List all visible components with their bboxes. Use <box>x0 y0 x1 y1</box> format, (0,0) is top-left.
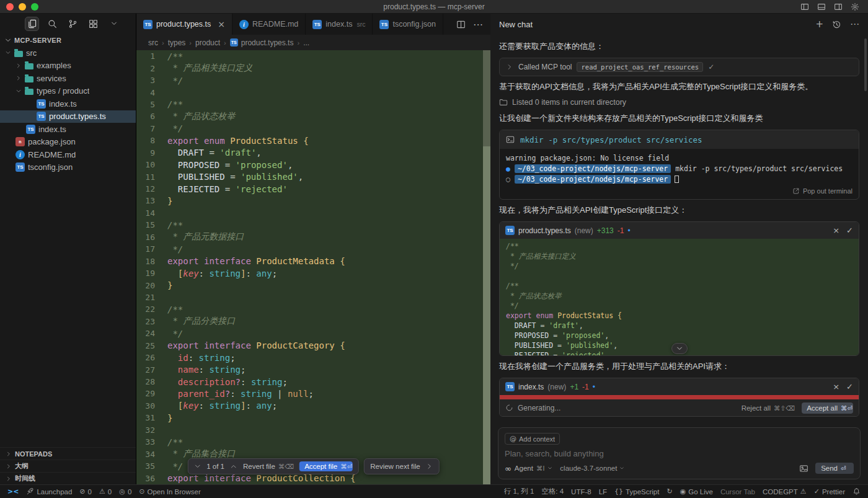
close-window-button[interactable] <box>6 3 14 11</box>
tab-README.md[interactable]: iREADME.md <box>232 14 306 35</box>
check-diff-button[interactable]: ✓ <box>846 383 853 391</box>
expand-diff-button[interactable] <box>671 343 688 354</box>
mcp-tool-call[interactable]: Called MCP tool read_project_oas_ref_res… <box>499 58 859 76</box>
diff-card-header[interactable]: TS product.types.ts (new) +313 -1 • ×✓ <box>500 222 859 239</box>
overview-ruler[interactable] <box>483 50 490 484</box>
tree-item-product.types.ts[interactable]: TSproduct.types.ts <box>0 110 136 123</box>
breadcrumb-...[interactable]: ... <box>303 38 309 47</box>
panel-right-button[interactable] <box>834 2 843 11</box>
tree-item-examples[interactable]: examples <box>0 60 136 73</box>
assistant-message: 现在，我将为产品相关API创建TypeScript接口定义： <box>499 204 859 216</box>
tree-item-package.json[interactable]: npackage.json <box>0 136 136 149</box>
panel-bottom-button[interactable] <box>817 2 826 11</box>
typescript-file-icon: TS <box>505 382 515 391</box>
add-context-button[interactable]: @ Add context <box>505 433 560 445</box>
send-button[interactable]: Send ⏎ <box>815 463 854 474</box>
chat-ellipsis-button[interactable]: ⋯ <box>850 20 859 29</box>
tree-item-types-product[interactable]: types / product <box>0 85 136 98</box>
close-diff-button[interactable]: × <box>833 226 839 234</box>
activity-search-button[interactable] <box>45 17 60 31</box>
scrollbar-thumb[interactable] <box>483 50 490 146</box>
chat-scrollbar[interactable] <box>864 38 867 91</box>
diff-card-header[interactable]: TS index.ts (new) +1 -1 • ×✓ <box>500 378 859 395</box>
model-selector[interactable]: claude-3.7-sonnet <box>560 465 624 472</box>
status-prettier[interactable]: ✓Prettier <box>810 485 849 498</box>
activity-files-button[interactable] <box>25 17 39 31</box>
status-launchpad[interactable]: Launchpad <box>22 485 76 498</box>
status-errors[interactable]: ⊘0 <box>76 485 95 498</box>
more-tab-actions-button[interactable]: ⋯ <box>473 19 483 30</box>
prompt-circle-icon: ○ <box>506 175 510 184</box>
tab-index.ts[interactable]: TSindex.tssrc <box>306 14 373 35</box>
zoom-window-button[interactable] <box>31 3 38 11</box>
chat-history-button[interactable] <box>832 20 841 29</box>
explorer-section-header[interactable]: MCP-SERVER <box>0 33 136 47</box>
settings-button[interactable] <box>851 2 859 11</box>
status-indentation[interactable]: 空格: 4 <box>538 485 567 498</box>
unsaved-dot: • <box>593 383 595 391</box>
sidebar-section-时间线[interactable]: 时间线 <box>0 472 136 484</box>
breadcrumb-product[interactable]: product <box>195 38 220 47</box>
accept-file-button[interactable]: Accept file ⌘⏎ <box>299 461 353 471</box>
next-change-button[interactable] <box>230 463 237 470</box>
status-encoding[interactable]: UTF-8 <box>567 485 595 498</box>
tab-product.types.ts[interactable]: TSproduct.types.ts× <box>136 14 232 35</box>
revert-file-button[interactable]: Revert file ⌘⌫ <box>243 463 294 470</box>
typescript-file-icon: TS <box>37 99 46 109</box>
minimize-window-button[interactable] <box>19 3 26 11</box>
prev-change-button[interactable] <box>193 463 201 470</box>
sidebar-section-NOTEPADS[interactable]: NOTEPADS <box>0 447 136 460</box>
terminal-command-header[interactable]: mkdir -p src/types/product src/services <box>500 130 859 149</box>
activity-extensions-button[interactable] <box>86 17 100 31</box>
terminal-block: mkdir -p src/types/product src/services … <box>499 130 859 200</box>
status-cursor-tab[interactable]: Cursor Tab <box>717 485 759 498</box>
remote-icon: >< <box>7 487 19 496</box>
status-go-live[interactable]: ◉Go Live <box>676 485 717 498</box>
status-open-in-browser[interactable]: ⊙Open In Browser <box>135 485 205 498</box>
close-tab-icon[interactable]: × <box>218 20 225 29</box>
pop-out-terminal-button[interactable]: Pop out terminal <box>792 187 852 195</box>
tab-tsconfig.json[interactable]: TStsconfig.json <box>373 14 443 35</box>
status-codegpt[interactable]: CODEGPT⚠ <box>759 485 810 498</box>
status-remote[interactable]: >< <box>4 485 22 498</box>
tree-item-services[interactable]: services <box>0 72 136 85</box>
sidebar-section-大纲[interactable]: 大纲 <box>0 460 136 472</box>
panel-left-button[interactable] <box>800 2 809 11</box>
line-number: 31 <box>136 413 165 422</box>
chat-plus-button[interactable]: + <box>815 20 823 29</box>
readme-info-icon: i <box>16 150 25 159</box>
extensions-icon <box>89 19 98 29</box>
status-notifications[interactable] <box>849 485 864 498</box>
chat-input[interactable]: Plan, search, build anything <box>505 449 854 458</box>
code-editor[interactable]: 1/**2 * 产品相关接口定义3 */45/**6 * 产品状态枚举7 */8… <box>136 50 490 484</box>
activity-source-control-button[interactable] <box>66 17 80 31</box>
close-diff-button[interactable]: × <box>833 383 839 391</box>
status-eol[interactable]: LF <box>595 485 611 498</box>
infinity-icon: ∞ <box>505 464 512 473</box>
tree-item-src[interactable]: src <box>0 47 136 60</box>
review-next-file-button[interactable]: Review next file <box>364 458 440 474</box>
split-editor-button[interactable] <box>456 20 466 29</box>
breadcrumb-src[interactable]: src <box>148 38 158 47</box>
reject-all-button[interactable]: Reject all ⌘⇧⌫ <box>742 404 795 412</box>
activity-chevron-down-button[interactable] <box>107 17 121 31</box>
tree-item-tsconfig.json[interactable]: TStsconfig.json <box>0 161 136 174</box>
status-language[interactable]: {}TypeScript <box>611 485 663 498</box>
tree-item-index.ts[interactable]: TSindex.ts <box>0 97 136 110</box>
breadcrumb-types[interactable]: types <box>168 38 186 47</box>
tree-item-readme.md[interactable]: iREADME.md <box>0 148 136 161</box>
line-number: 30 <box>136 401 165 411</box>
agent-mode-selector[interactable]: ∞ Agent ⌘I <box>505 464 552 473</box>
tree-item-index.ts[interactable]: TSindex.ts <box>0 123 136 136</box>
check-diff-button[interactable]: ✓ <box>846 226 853 234</box>
line-number: 19 <box>136 269 165 278</box>
status-sync[interactable]: ↻ <box>663 485 676 498</box>
status-warnings[interactable]: ⚠0 <box>95 485 115 498</box>
listed-directory-row[interactable]: Listed 0 items in current directory <box>499 98 859 107</box>
status-ports[interactable]: ◎0 <box>115 485 135 498</box>
status-cursor-position[interactable]: 行 1, 列 1 <box>500 485 538 498</box>
attach-image-button[interactable] <box>799 464 808 473</box>
accept-all-button[interactable]: Accept all ⌘⏎ <box>802 402 853 414</box>
breadcrumb-product.types.ts[interactable]: TSproduct.types.ts <box>230 38 294 47</box>
mode-shortcut: ⌘I <box>536 465 544 472</box>
